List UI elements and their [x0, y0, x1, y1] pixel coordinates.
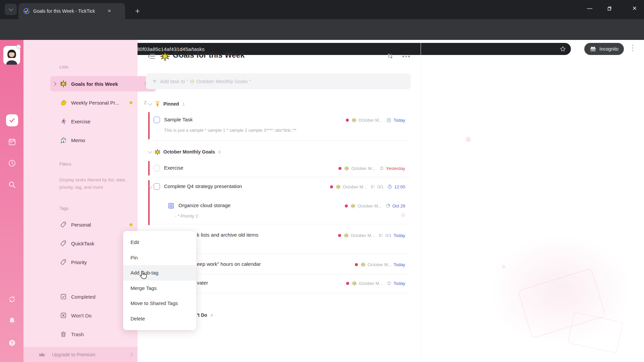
tab-title: Goals for this Week - TickTick — [33, 8, 106, 14]
note-doc-icon — [168, 202, 174, 209]
task-list-label: October M... — [359, 281, 383, 286]
chevron-down-icon — [9, 7, 13, 11]
task-title: Complete Q4 strategy presentation — [164, 183, 242, 189]
starburst-list-icon — [154, 149, 161, 155]
tag-icon — [60, 240, 67, 247]
task-description: This is just a sample * sample 1 * sampl… — [164, 128, 297, 133]
tab-strip: Goals for this Week - TickTick × + — × — [0, 0, 644, 19]
menu-item-merge-tags[interactable]: Merge Tags — [123, 281, 196, 296]
task-title: k lists and archive old items — [197, 232, 258, 238]
tab-close-icon[interactable]: × — [108, 8, 111, 14]
plus-icon: + — [153, 77, 157, 85]
background-decoration — [502, 265, 505, 268]
task-checkbox[interactable] — [154, 117, 160, 123]
browser-toolbar: ticktick.com/webapp/#g/68f080f03a85c14af… — [0, 19, 644, 40]
section-header-october[interactable]: October Monthly Goals 6 — [149, 144, 221, 159]
trash-icon — [60, 331, 67, 338]
more-options-icon[interactable] — [402, 56, 410, 57]
repeat-icon — [387, 281, 391, 286]
sidebar-item-label: Exercise — [71, 119, 91, 124]
sidebar: Lists Goals for this Week 7 Weekly Perso… — [23, 40, 138, 362]
completed-icon — [60, 293, 67, 300]
rail-sync-icon[interactable] — [6, 293, 18, 305]
upgrade-premium-banner[interactable]: Upgrade to Premium — [23, 347, 138, 362]
tag-icon — [60, 221, 67, 228]
background-decoration — [466, 137, 471, 142]
sidebar-item-label: Memo — [71, 137, 85, 143]
rail-calendar-icon[interactable] — [6, 136, 18, 148]
browser-menu-button[interactable] — [632, 45, 633, 51]
sidebar-item-label: Won't Do — [71, 313, 92, 318]
row-divider — [153, 140, 410, 141]
priority-dot — [338, 167, 341, 170]
browser-tab[interactable]: Goals for this Week - TickTick × — [18, 3, 125, 19]
sidebar-toggle-icon[interactable] — [148, 53, 156, 60]
priority-dot — [355, 263, 358, 266]
tag-label: QuickTask — [71, 241, 94, 246]
sidebar-item-weekly[interactable]: Weekly Personal Pr... 2 — [50, 95, 156, 110]
menu-item-edit[interactable]: Edit — [123, 235, 196, 250]
task-row[interactable]: Sample Task October M... Today — [138, 112, 421, 128]
task-list-label: October M... — [359, 118, 383, 123]
rail-pomodoro-icon[interactable] — [6, 157, 18, 169]
ticktick-favicon-icon — [23, 8, 30, 14]
section-count: 1 — [182, 102, 185, 107]
task-time: 12:00 — [394, 184, 405, 189]
task-checkbox[interactable] — [154, 183, 160, 190]
window-restore-button[interactable] — [606, 6, 612, 11]
task-list-label: October M... — [368, 262, 392, 267]
filters-section-label: Filters — [59, 162, 71, 167]
rail-notifications-icon[interactable] — [6, 315, 18, 327]
task-title: eep work" hours on calendar — [197, 261, 261, 267]
task-list-label: October M... — [343, 184, 367, 189]
add-task-placeholder: Add task to " October Monthly Goals" — [160, 78, 251, 84]
bookmark-star-icon[interactable] — [559, 46, 566, 52]
clock-icon — [387, 184, 392, 189]
rail-help-icon[interactable]: ? — [6, 337, 18, 349]
priority-dot — [345, 204, 348, 207]
window-minimize-button[interactable]: — — [583, 5, 596, 11]
task-row[interactable]: Exercise October M... Yesterday — [138, 160, 421, 176]
tag-color-dot — [129, 223, 132, 226]
wont-do-icon — [60, 312, 67, 319]
row-divider — [153, 177, 410, 177]
section-header-wont-do[interactable]: 't Do 4 — [197, 308, 213, 322]
sidebar-item-memo[interactable]: Memo — [50, 132, 156, 148]
task-date: Yesterday — [386, 166, 405, 171]
task-title: Organize cloud storage — [178, 202, 230, 208]
tag-icon — [60, 259, 67, 265]
priority-bar — [148, 161, 150, 176]
starburst-list-icon — [336, 184, 341, 189]
menu-item-add-sub-tag[interactable]: Add Sub-tag — [123, 265, 196, 281]
list-color-dot — [129, 101, 132, 104]
menu-item-move-to-shared-tags[interactable]: Move to Shared Tags — [123, 296, 196, 311]
avatar-settings-badge — [16, 45, 21, 49]
priority-dot — [338, 234, 341, 237]
task-checkbox[interactable] — [154, 165, 160, 171]
window-close-button[interactable]: × — [628, 4, 641, 13]
task-list-label: October M... — [351, 233, 375, 238]
page-title: Goals for this Week — [173, 51, 245, 60]
muscle-icon — [60, 99, 67, 106]
sidebar-item-label: Completed — [71, 294, 96, 300]
section-name: October Monthly Goals — [163, 149, 215, 155]
sort-icon[interactable] — [386, 52, 394, 60]
url-text[interactable]: ticktick.com/webapp/#g/68f080f03a85c14af… — [72, 46, 559, 52]
add-task-input[interactable]: + Add task to " October Monthly Goals" — [146, 73, 411, 89]
row-divider — [153, 224, 410, 224]
list-count: 2 — [144, 100, 147, 105]
task-row[interactable]: Complete Q4 strategy presentation Octobe… — [138, 179, 421, 195]
task-list-label: October M... — [351, 166, 375, 171]
task-title: vater — [197, 280, 208, 286]
rail-tasks-icon[interactable] — [6, 114, 18, 126]
tab-search-button[interactable] — [5, 4, 17, 15]
section-header-pinned[interactable]: Pinned 1 — [149, 97, 185, 111]
menu-item-pin[interactable]: Pin — [123, 250, 196, 265]
sidebar-item-goals[interactable]: Goals for this Week 7 — [50, 76, 156, 92]
subtask-row[interactable]: Organize cloud storage October M... Oct … — [138, 198, 421, 214]
incognito-icon — [590, 46, 596, 52]
rail-search-icon[interactable] — [6, 179, 18, 191]
menu-item-delete[interactable]: Delete — [123, 311, 196, 326]
starburst-list-icon — [60, 80, 67, 87]
new-tab-button[interactable]: + — [132, 5, 143, 17]
